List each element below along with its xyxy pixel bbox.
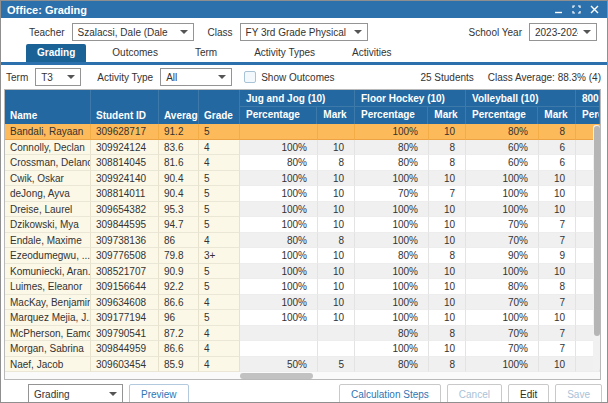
cell-jug-mark: 8 <box>318 233 355 249</box>
table-row[interactable]: Bandali, Rayaan30962871791.25100%1080%8 <box>5 124 600 140</box>
tab-grading[interactable]: Grading <box>26 44 86 62</box>
grading-dialog: Office: Grading Teacher Szalacsi, Dale (… <box>0 0 608 403</box>
cell-hockey-mark: 8 <box>429 326 466 342</box>
cell-student-id: 308814045 <box>91 155 159 171</box>
table-row[interactable]: deJong, Ayva30881401190.45100%1070%7100%… <box>5 186 600 202</box>
class-average: Class Average: 88.3% (4) <box>488 72 601 83</box>
table-row[interactable]: Marquez Mejia, J...309177194965100%10100… <box>5 310 600 326</box>
cell-average: 90.4 <box>159 171 199 187</box>
cell-jug-percentage: 100% <box>240 279 318 295</box>
cell-jug-mark <box>318 326 355 342</box>
tab-activity-types[interactable]: Activity Types <box>243 44 326 62</box>
cell-student-id: 309924124 <box>91 140 159 156</box>
cell-jug-percentage: 100% <box>240 295 318 311</box>
cell-jug-mark: 10 <box>318 295 355 311</box>
mode-select[interactable]: Grading <box>28 384 123 403</box>
table-row[interactable]: Naef, Jacob30960345485.9450%580%8100%10 <box>5 357 600 373</box>
table-row[interactable]: Endale, Maxime30973813686480%8100%1070%7 <box>5 233 600 249</box>
column-label[interactable]: Mark <box>317 107 354 124</box>
column-group-label: Jug and Jog (10) <box>240 90 354 107</box>
column-header-grade[interactable]: Grade <box>199 90 240 124</box>
save-button[interactable]: Save <box>555 384 602 403</box>
teacher-select[interactable]: Szalacsi, Dale (Dale <box>72 23 194 41</box>
tab-bar: GradingOutcomesTermActivity TypesActivit… <box>1 44 607 65</box>
column-label[interactable]: Mark <box>428 107 465 124</box>
cancel-button[interactable]: Cancel <box>447 384 502 403</box>
activity-type-select[interactable]: All <box>160 68 232 86</box>
tab-outcomes[interactable]: Outcomes <box>101 44 169 62</box>
school-year-select[interactable]: 2023-2024 <box>529 23 597 41</box>
term-select[interactable]: T3 <box>35 68 81 86</box>
cell-jug-mark: 10 <box>318 310 355 326</box>
cell-hockey-mark: 10 <box>429 310 466 326</box>
cell-average: 85.9 <box>159 357 199 373</box>
column-header-average[interactable]: Average <box>159 90 199 124</box>
table-row[interactable]: Luimes, Eleanor30915664492.25100%10100%1… <box>5 279 600 295</box>
table-row[interactable]: Ezeodumegwu, ...30977650879.83+100%1080%… <box>5 248 600 264</box>
column-group: Jug and Jog (10)PercentageMark <box>240 90 355 124</box>
cell-average: 86 <box>159 233 199 249</box>
footer-bar: Grading Preview Calculation Steps Cancel… <box>1 380 607 403</box>
cell-hockey-percentage: 100% <box>355 217 429 233</box>
table-row[interactable]: Dzikowski, Mya30984459594.75100%10100%10… <box>5 217 600 233</box>
column-label[interactable]: Percentage <box>240 107 317 124</box>
tab-term[interactable]: Term <box>184 44 228 62</box>
class-select[interactable]: FY 3rd Grade Physical <box>240 23 368 41</box>
table-row[interactable]: Dreise, Laurel30965438295.35100%10100%10… <box>5 202 600 218</box>
chevron-down-icon <box>354 30 362 34</box>
subheader-row: PercentageMark <box>466 107 575 124</box>
cell-hockey-mark: 8 <box>429 155 466 171</box>
column-header-name[interactable]: Name <box>5 90 91 124</box>
cell-hockey-percentage: 100% <box>355 124 429 140</box>
vertical-scrollbar-thumb[interactable] <box>594 126 600 336</box>
table-row[interactable]: MacKay, Benjamin30963460886.64100%10100%… <box>5 295 600 311</box>
edit-button[interactable]: Edit <box>508 384 549 403</box>
cell-grade: 5 <box>199 264 240 280</box>
window-title: Office: Grading <box>7 4 87 16</box>
column-label[interactable]: Percen <box>576 107 599 124</box>
chevron-down-icon <box>180 30 188 34</box>
calculation-steps-button[interactable]: Calculation Steps <box>339 384 441 403</box>
cell-hockey-mark: 8 <box>429 140 466 156</box>
cell-volleyball-percentage: 70% <box>466 295 539 311</box>
cell-volleyball-mark: 10 <box>539 357 576 373</box>
cell-volleyball-percentage: 80% <box>466 279 539 295</box>
table-row[interactable]: Komuniecki, Aran...30852170790.95100%101… <box>5 264 600 280</box>
cell-hockey-mark: 10 <box>429 279 466 295</box>
horizontal-scrollbar[interactable] <box>5 372 600 379</box>
preview-button[interactable]: Preview <box>129 384 189 403</box>
column-group: Volleyball (10)PercentageMark <box>466 90 576 124</box>
cell-volleyball-mark: 7 <box>539 295 576 311</box>
cell-average: 94.7 <box>159 217 199 233</box>
cell-average: 79.8 <box>159 248 199 264</box>
table-row[interactable]: Connolly, Declan30992412483.64100%1080%8… <box>5 140 600 156</box>
show-outcomes-checkbox[interactable] <box>244 71 256 83</box>
column-label[interactable]: Percentage <box>355 107 428 124</box>
table-row[interactable]: Morgan, Sabrina30984495986.64100%1070%7 <box>5 341 600 357</box>
cell-student-id: 309156644 <box>91 279 159 295</box>
column-label[interactable]: Percentage <box>466 107 538 124</box>
cell-hockey-mark: 8 <box>429 248 466 264</box>
restore-icon[interactable] <box>572 5 581 14</box>
cell-volleyball-mark: 6 <box>539 155 576 171</box>
minimize-icon[interactable] <box>554 5 563 14</box>
cell-hockey-percentage: 100% <box>355 171 429 187</box>
close-icon[interactable] <box>590 5 599 14</box>
column-label[interactable]: Mark <box>538 107 575 124</box>
column-header-student-id[interactable]: Student ID <box>91 90 159 124</box>
tab-activities[interactable]: Activities <box>341 44 402 62</box>
table-row[interactable]: Crossman, Delano30881404581.6480%880%860… <box>5 155 600 171</box>
title-bar: Office: Grading <box>1 1 607 18</box>
vertical-scrollbar[interactable] <box>593 125 600 371</box>
cell-hockey-percentage: 100% <box>355 310 429 326</box>
horizontal-scrollbar-thumb[interactable] <box>240 373 313 379</box>
cell-jug-percentage: 100% <box>240 140 318 156</box>
subheader-row: PercentageMark <box>240 107 354 124</box>
table-row[interactable]: McPherson, Eamon30979054187.2480%870%7 <box>5 326 600 342</box>
header-toolbar: Teacher Szalacsi, Dale (Dale Class FY 3r… <box>1 18 607 44</box>
cell-hockey-percentage: 100% <box>355 264 429 280</box>
cell-grade: 5 <box>199 202 240 218</box>
table-row[interactable]: Cwik, Oskar30992414090.45100%10100%10100… <box>5 171 600 187</box>
cell-volleyball-percentage: 60% <box>466 140 539 156</box>
column-group: Floor Hockey (10)PercentageMark <box>355 90 466 124</box>
